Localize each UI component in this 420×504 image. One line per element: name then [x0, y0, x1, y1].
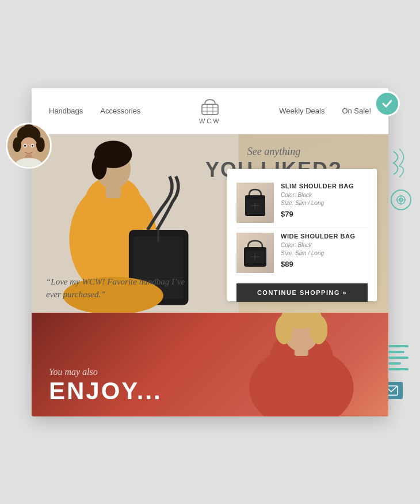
logo-text: WCW: [199, 118, 221, 124]
nav-links-left: Handbags Accessories: [49, 107, 140, 115]
email-card: Handbags Accessories WCW Week: [32, 88, 388, 416]
nav-on-sale[interactable]: On Sale!: [342, 107, 371, 115]
bag-icon-1: [242, 187, 268, 218]
product-item-1: SLIM SHOULDER BAG Color: Black Size: Sli…: [236, 178, 368, 228]
nav-weekly-deals[interactable]: Weekly Deals: [279, 107, 324, 115]
circle-decoration-icon: [391, 190, 411, 210]
bag-icon-2: [242, 237, 268, 268]
logo[interactable]: WCW: [199, 97, 221, 124]
product-color-2: Color: Black: [281, 241, 368, 249]
svg-point-5: [24, 124, 35, 134]
product-info-1: SLIM SHOULDER BAG Color: Black Size: Sli…: [281, 183, 368, 223]
svg-point-3: [13, 137, 21, 152]
nav-accessories[interactable]: Accessories: [100, 107, 140, 115]
svg-rect-17: [202, 104, 218, 115]
nav-handbags[interactable]: Handbags: [49, 107, 83, 115]
product-item-2: WIDE SHOULDER BAG Color: Black Size: Sli…: [236, 228, 368, 278]
right-bottom-decorations: [388, 345, 408, 370]
svg-point-10: [24, 145, 26, 146]
product-color-1: Color: Black: [281, 191, 368, 199]
svg-point-49: [310, 315, 327, 344]
logo-icon: [199, 97, 221, 116]
avatar: [6, 123, 52, 169]
product-name-1: SLIM SHOULDER BAG: [281, 183, 368, 190]
svg-point-48: [276, 315, 293, 344]
checkmark-badge: [375, 91, 400, 116]
product-image-2: [236, 233, 274, 273]
navbar: Handbags Accessories WCW Week: [32, 88, 388, 134]
product-size-2: Size: Slim / Long: [281, 249, 368, 257]
product-info-2: WIDE SHOULDER BAG Color: Black Size: Sli…: [281, 233, 368, 273]
bottom-hero-section: You may also ENJOY...: [32, 313, 388, 416]
product-size-1: Size: Slim / Long: [281, 199, 368, 207]
hero-subtitle: See anything: [205, 146, 342, 158]
bottom-hero-text: You may also ENJOY...: [49, 367, 162, 405]
svg-point-4: [36, 137, 45, 152]
product-price-1: $79: [281, 210, 368, 218]
right-decorations: [391, 146, 411, 215]
bottom-title: ENJOY...: [49, 377, 162, 405]
product-image-1: [236, 183, 274, 223]
product-price-2: $89: [281, 260, 368, 268]
bottom-subtitle: You may also: [49, 367, 162, 377]
hero-testimonial-text: “Love my WCW! Favorite handbag I’ve ever…: [46, 275, 195, 301]
hero-section: “Love my WCW! Favorite handbag I’ve ever…: [32, 134, 388, 313]
bottom-hero-person: [156, 313, 388, 416]
product-card: SLIM SHOULDER BAG Color: Black Size: Sli…: [227, 169, 377, 301]
svg-point-28: [92, 154, 107, 180]
continue-shopping-button[interactable]: CONTINUE SHOPPING »: [236, 283, 368, 302]
hero-testimonial: “Love my WCW! Favorite handbag I’ve ever…: [40, 275, 201, 301]
nav-links-right: Weekly Deals On Sale!: [279, 107, 371, 115]
svg-point-11: [32, 145, 33, 146]
product-name-2: WIDE SHOULDER BAG: [281, 233, 368, 240]
